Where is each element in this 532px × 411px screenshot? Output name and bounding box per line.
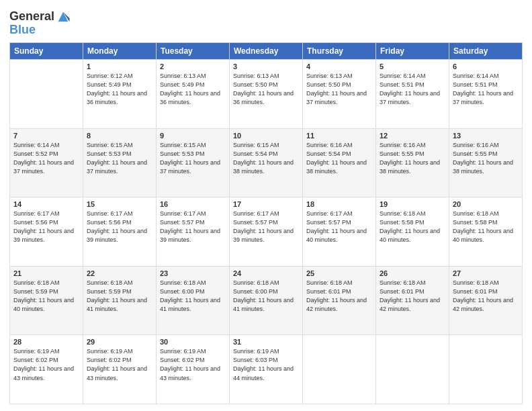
week-row-2: 7 Sunrise: 6:14 AM Sunset: 5:52 PM Dayli… xyxy=(10,128,523,197)
sunrise-text: Sunrise: 6:19 AM xyxy=(233,348,279,355)
sunrise-text: Sunrise: 6:16 AM xyxy=(453,142,499,148)
week-row-4: 21 Sunrise: 6:18 AM Sunset: 5:59 PM Dayl… xyxy=(10,266,523,335)
logo-icon xyxy=(56,9,71,24)
sunrise-text: Sunrise: 6:14 AM xyxy=(453,73,499,79)
sunrise-text: Sunrise: 6:19 AM xyxy=(13,348,60,355)
day-info: Sunrise: 6:18 AM Sunset: 6:01 PM Dayligh… xyxy=(306,279,372,314)
daylight-text: Daylight: 11 hours and 37 minutes. xyxy=(13,159,74,175)
day-cell: 6 Sunrise: 6:14 AM Sunset: 5:51 PM Dayli… xyxy=(449,60,523,129)
daylight-text: Daylight: 11 hours and 37 minutes. xyxy=(453,90,513,105)
day-info: Sunrise: 6:13 AM Sunset: 5:50 PM Dayligh… xyxy=(233,72,299,107)
daylight-text: Daylight: 11 hours and 43 minutes. xyxy=(160,365,220,381)
daylight-text: Daylight: 11 hours and 42 minutes. xyxy=(306,297,367,312)
daylight-text: Daylight: 11 hours and 36 minutes. xyxy=(87,90,147,105)
day-cell: 4 Sunrise: 6:13 AM Sunset: 5:50 PM Dayli… xyxy=(303,60,376,129)
daylight-text: Daylight: 11 hours and 41 minutes. xyxy=(87,297,147,312)
day-cell xyxy=(449,335,523,404)
day-number: 30 xyxy=(160,338,226,346)
sunrise-text: Sunrise: 6:18 AM xyxy=(380,279,426,286)
weekday-header-saturday: Saturday xyxy=(449,43,523,60)
day-cell: 20 Sunrise: 6:18 AM Sunset: 5:58 PM Dayl… xyxy=(449,197,523,267)
day-cell: 26 Sunrise: 6:18 AM Sunset: 6:01 PM Dayl… xyxy=(376,266,449,335)
sunrise-text: Sunrise: 6:19 AM xyxy=(87,348,133,355)
sunrise-text: Sunrise: 6:15 AM xyxy=(160,142,206,148)
day-number: 27 xyxy=(453,269,519,277)
day-info: Sunrise: 6:14 AM Sunset: 5:52 PM Dayligh… xyxy=(13,141,79,176)
sunrise-text: Sunrise: 6:18 AM xyxy=(453,279,499,286)
day-cell: 24 Sunrise: 6:18 AM Sunset: 6:00 PM Dayl… xyxy=(230,266,303,335)
day-number: 19 xyxy=(380,200,445,208)
day-cell: 16 Sunrise: 6:17 AM Sunset: 5:57 PM Dayl… xyxy=(157,197,230,267)
daylight-text: Daylight: 11 hours and 37 minutes. xyxy=(160,159,220,175)
daylight-text: Daylight: 11 hours and 43 minutes. xyxy=(87,365,147,381)
day-cell: 17 Sunrise: 6:17 AM Sunset: 5:57 PM Dayl… xyxy=(230,197,303,267)
day-cell: 25 Sunrise: 6:18 AM Sunset: 6:01 PM Dayl… xyxy=(303,266,376,335)
sunset-text: Sunset: 5:53 PM xyxy=(87,150,132,157)
day-number: 16 xyxy=(160,200,226,208)
daylight-text: Daylight: 11 hours and 41 minutes. xyxy=(160,297,220,312)
day-number: 29 xyxy=(87,338,152,346)
sunset-text: Sunset: 6:02 PM xyxy=(160,357,205,363)
sunset-text: Sunset: 5:50 PM xyxy=(306,81,351,88)
day-cell: 28 Sunrise: 6:19 AM Sunset: 6:02 PM Dayl… xyxy=(10,335,83,404)
sunset-text: Sunset: 5:57 PM xyxy=(306,219,351,226)
sunrise-text: Sunrise: 6:17 AM xyxy=(233,210,279,217)
sunset-text: Sunset: 5:52 PM xyxy=(13,150,58,157)
day-cell: 29 Sunrise: 6:19 AM Sunset: 6:02 PM Dayl… xyxy=(83,335,157,404)
header: General Blue xyxy=(9,7,523,37)
day-number: 4 xyxy=(306,62,372,71)
day-info: Sunrise: 6:12 AM Sunset: 5:49 PM Dayligh… xyxy=(87,72,152,107)
day-number: 12 xyxy=(380,132,445,140)
day-cell: 22 Sunrise: 6:18 AM Sunset: 5:59 PM Dayl… xyxy=(83,266,157,335)
day-cell: 7 Sunrise: 6:14 AM Sunset: 5:52 PM Dayli… xyxy=(10,128,83,197)
daylight-text: Daylight: 11 hours and 39 minutes. xyxy=(233,228,294,243)
day-cell: 23 Sunrise: 6:18 AM Sunset: 6:00 PM Dayl… xyxy=(157,266,230,335)
day-cell: 13 Sunrise: 6:16 AM Sunset: 5:55 PM Dayl… xyxy=(449,128,523,197)
sunset-text: Sunset: 5:57 PM xyxy=(160,219,205,226)
sunrise-text: Sunrise: 6:17 AM xyxy=(160,210,206,217)
daylight-text: Daylight: 11 hours and 38 minutes. xyxy=(233,159,294,175)
calendar-table: SundayMondayTuesdayWednesdayThursdayFrid… xyxy=(9,42,523,404)
sunrise-text: Sunrise: 6:13 AM xyxy=(160,73,206,79)
daylight-text: Daylight: 11 hours and 38 minutes. xyxy=(380,159,440,175)
week-row-3: 14 Sunrise: 6:17 AM Sunset: 5:56 PM Dayl… xyxy=(10,197,523,267)
sunset-text: Sunset: 5:55 PM xyxy=(380,150,425,157)
day-cell: 2 Sunrise: 6:13 AM Sunset: 5:49 PM Dayli… xyxy=(157,60,230,129)
daylight-text: Daylight: 11 hours and 42 minutes. xyxy=(380,297,440,312)
weekday-header-row: SundayMondayTuesdayWednesdayThursdayFrid… xyxy=(10,43,523,60)
day-number: 31 xyxy=(233,338,299,346)
day-cell: 15 Sunrise: 6:17 AM Sunset: 5:56 PM Dayl… xyxy=(83,197,157,267)
sunrise-text: Sunrise: 6:18 AM xyxy=(87,279,133,286)
sunrise-text: Sunrise: 6:18 AM xyxy=(233,279,279,286)
day-cell: 27 Sunrise: 6:18 AM Sunset: 6:01 PM Dayl… xyxy=(449,266,523,335)
day-info: Sunrise: 6:17 AM Sunset: 5:57 PM Dayligh… xyxy=(306,210,372,244)
weekday-header-wednesday: Wednesday xyxy=(230,43,303,60)
sunrise-text: Sunrise: 6:14 AM xyxy=(380,73,426,79)
sunset-text: Sunset: 5:50 PM xyxy=(233,81,278,88)
day-info: Sunrise: 6:18 AM Sunset: 6:01 PM Dayligh… xyxy=(453,279,519,314)
day-cell xyxy=(303,335,376,404)
day-cell: 1 Sunrise: 6:12 AM Sunset: 5:49 PM Dayli… xyxy=(83,60,157,129)
day-info: Sunrise: 6:15 AM Sunset: 5:54 PM Dayligh… xyxy=(233,141,299,176)
day-cell: 9 Sunrise: 6:15 AM Sunset: 5:53 PM Dayli… xyxy=(157,128,230,197)
day-cell: 5 Sunrise: 6:14 AM Sunset: 5:51 PM Dayli… xyxy=(376,60,449,129)
day-info: Sunrise: 6:19 AM Sunset: 6:03 PM Dayligh… xyxy=(233,347,299,382)
sunset-text: Sunset: 5:59 PM xyxy=(87,288,132,295)
sunset-text: Sunset: 5:51 PM xyxy=(380,81,425,88)
daylight-text: Daylight: 11 hours and 39 minutes. xyxy=(160,228,220,243)
day-number: 5 xyxy=(380,62,445,71)
sunset-text: Sunset: 6:03 PM xyxy=(233,357,278,363)
day-number: 20 xyxy=(453,200,519,208)
sunset-text: Sunset: 6:00 PM xyxy=(160,288,205,295)
sunrise-text: Sunrise: 6:18 AM xyxy=(306,279,353,286)
sunrise-text: Sunrise: 6:18 AM xyxy=(160,279,206,286)
sunset-text: Sunset: 5:56 PM xyxy=(87,219,132,226)
day-info: Sunrise: 6:17 AM Sunset: 5:57 PM Dayligh… xyxy=(160,210,226,244)
day-info: Sunrise: 6:13 AM Sunset: 5:49 PM Dayligh… xyxy=(160,72,226,107)
day-cell: 19 Sunrise: 6:18 AM Sunset: 5:58 PM Dayl… xyxy=(376,197,449,267)
sunrise-text: Sunrise: 6:15 AM xyxy=(233,142,279,148)
day-info: Sunrise: 6:18 AM Sunset: 6:00 PM Dayligh… xyxy=(160,279,226,314)
week-row-1: 1 Sunrise: 6:12 AM Sunset: 5:49 PM Dayli… xyxy=(10,60,523,129)
daylight-text: Daylight: 11 hours and 40 minutes. xyxy=(380,228,440,243)
day-number: 7 xyxy=(13,132,79,140)
